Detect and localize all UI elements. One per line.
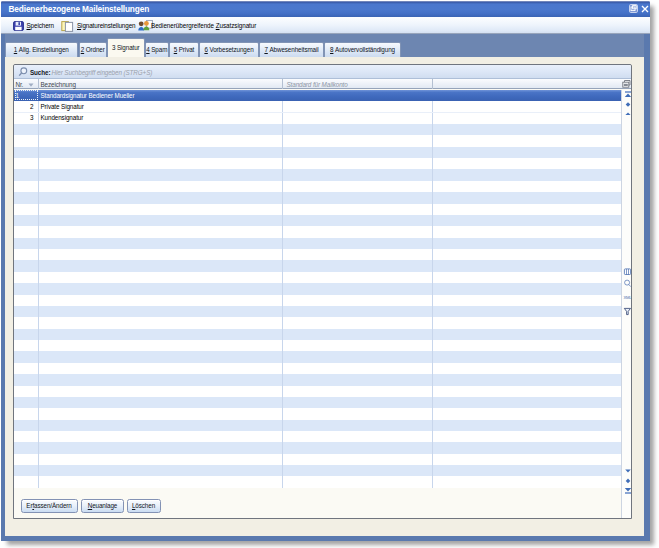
svg-text:XML: XML bbox=[623, 295, 632, 300]
